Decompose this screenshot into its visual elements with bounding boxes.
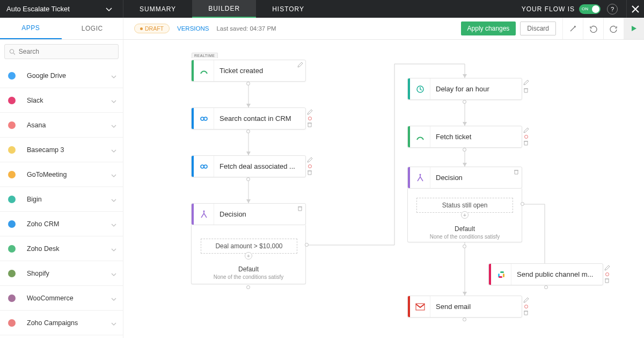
decision-icon (410, 167, 430, 188)
flow-dropdown[interactable] (95, 4, 123, 14)
svg-marker-14 (246, 104, 251, 107)
search-input[interactable] (19, 48, 114, 55)
sidebar-app-gotomeeting[interactable]: GoToMeeting (0, 162, 123, 187)
magic-wand-icon[interactable] (562, 18, 583, 39)
svg-marker-16 (246, 152, 251, 155)
error-indicator-icon (605, 272, 609, 276)
flow-on-toggle[interactable]: ON (579, 4, 601, 14)
svg-point-27 (201, 117, 204, 120)
chevron-down-icon (111, 269, 116, 278)
edit-icon[interactable] (523, 127, 529, 134)
svg-line-1 (13, 53, 15, 54)
flow-title: Auto Escalate Ticket (6, 5, 95, 13)
node-search-contact[interactable]: Search contact in CRM (191, 107, 306, 130)
search-input-wrapper[interactable] (4, 44, 119, 59)
node-decision-1[interactable]: Decision (191, 203, 306, 225)
add-condition-button[interactable]: + (245, 252, 252, 260)
svg-marker-26 (463, 292, 467, 296)
sidebar-app-zoho-campaigns[interactable]: Zoho Campaigns (0, 311, 123, 335)
node-decision-2[interactable]: Decision (407, 167, 522, 189)
chevron-down-icon (111, 120, 116, 130)
app-icon (6, 95, 17, 106)
svg-point-6 (8, 171, 16, 178)
app-name-label: Slack (27, 97, 111, 104)
sidebar-app-zoho-crm[interactable]: Zoho CRM (0, 212, 123, 236)
node-ticket-created[interactable]: REALTIME Ticket created (191, 60, 306, 82)
delete-icon[interactable] (523, 140, 529, 146)
svg-rect-36 (503, 274, 504, 277)
sidebar-app-asana[interactable]: Asana (0, 113, 123, 138)
versions-link[interactable]: VERSIONS (177, 25, 209, 32)
sidebar-app-slack[interactable]: Slack (0, 88, 123, 113)
edit-icon[interactable] (306, 157, 313, 163)
chevron-down-icon (111, 71, 116, 81)
edit-icon[interactable] (523, 297, 529, 304)
sidebar-app-shopify[interactable]: Shopify (0, 261, 123, 286)
zoho-desk-icon (410, 126, 430, 147)
discard-button[interactable]: Discard (520, 21, 556, 35)
apply-changes-button[interactable]: Apply changes (461, 21, 516, 35)
edit-icon[interactable] (523, 80, 529, 86)
error-indicator-icon (308, 164, 312, 168)
search-icon (9, 48, 16, 55)
help-button[interactable]: ? (607, 4, 618, 15)
flow-status-label: YOUR FLOW IS (522, 5, 575, 13)
edit-icon[interactable] (604, 265, 610, 271)
tab-summary[interactable]: SUMMARY (123, 0, 192, 18)
tab-builder[interactable]: BUILDER (192, 0, 256, 18)
tab-history[interactable]: HISTORY (256, 0, 320, 18)
delete-icon[interactable] (513, 169, 519, 175)
gmail-icon (410, 296, 430, 317)
last-saved-text: Last saved: 04:37 PM (216, 25, 276, 32)
subtab-apps[interactable]: APPS (0, 18, 62, 39)
svg-point-8 (8, 220, 16, 228)
app-name-label: Google Drive (27, 72, 111, 80)
node-slack-message[interactable]: Send public channel m... (488, 263, 603, 285)
run-button[interactable] (624, 18, 644, 39)
svg-marker-18 (246, 199, 251, 203)
svg-point-4 (8, 121, 16, 129)
zoho-desk-icon (194, 60, 214, 81)
app-icon (6, 70, 17, 81)
svg-point-5 (8, 146, 16, 154)
svg-point-10 (8, 270, 16, 277)
delete-icon[interactable] (306, 121, 313, 128)
decision1-default[interactable]: Default None of the conditions satisfy (206, 265, 291, 280)
delete-icon[interactable] (297, 205, 303, 212)
app-name-label: WooCommerce (27, 294, 111, 302)
decision2-default[interactable]: Default None of the conditions satisfy (422, 225, 508, 240)
svg-point-28 (204, 117, 207, 120)
slack-icon (491, 264, 511, 285)
svg-marker-21 (463, 122, 467, 126)
node-delay-hour[interactable]: Delay for an hour (407, 78, 522, 100)
delete-icon[interactable] (306, 169, 313, 176)
delete-icon[interactable] (604, 277, 610, 284)
sidebar-app-google-drive[interactable]: Google Drive (0, 63, 123, 88)
sidebar-app-bigin[interactable]: Bigin (0, 187, 123, 212)
redo-icon[interactable] (603, 18, 624, 39)
zoho-crm-icon (194, 156, 214, 177)
draft-badge: DRAFT (134, 24, 170, 33)
add-condition-button[interactable]: + (461, 211, 469, 219)
svg-point-31 (203, 210, 204, 212)
delete-icon[interactable] (523, 310, 529, 316)
chevron-down-icon (111, 145, 116, 155)
condition-status-open[interactable]: Status still open (416, 198, 513, 213)
undo-icon[interactable] (583, 18, 603, 39)
node-fetch-deal[interactable]: Fetch deal associated ... (191, 155, 306, 177)
close-button[interactable] (626, 0, 644, 18)
app-icon (6, 268, 17, 279)
svg-point-12 (8, 319, 16, 327)
sidebar-app-woocommerce[interactable]: WooCommerce (0, 286, 123, 311)
node-fetch-ticket[interactable]: Fetch ticket (407, 126, 522, 148)
delete-icon[interactable] (523, 87, 529, 94)
node-send-email[interactable]: Send email (407, 296, 522, 318)
chevron-down-icon (111, 219, 116, 229)
condition-deal-amount[interactable]: Deal amount > $10,000 (201, 239, 297, 254)
edit-icon[interactable] (297, 62, 303, 68)
edit-icon[interactable] (306, 109, 313, 116)
sidebar-app-zoho-desk[interactable]: Zoho Desk (0, 236, 123, 261)
chevron-down-icon (111, 170, 116, 179)
sidebar-app-basecamp-3[interactable]: Basecamp 3 (0, 138, 123, 162)
subtab-logic[interactable]: LOGIC (62, 18, 123, 39)
